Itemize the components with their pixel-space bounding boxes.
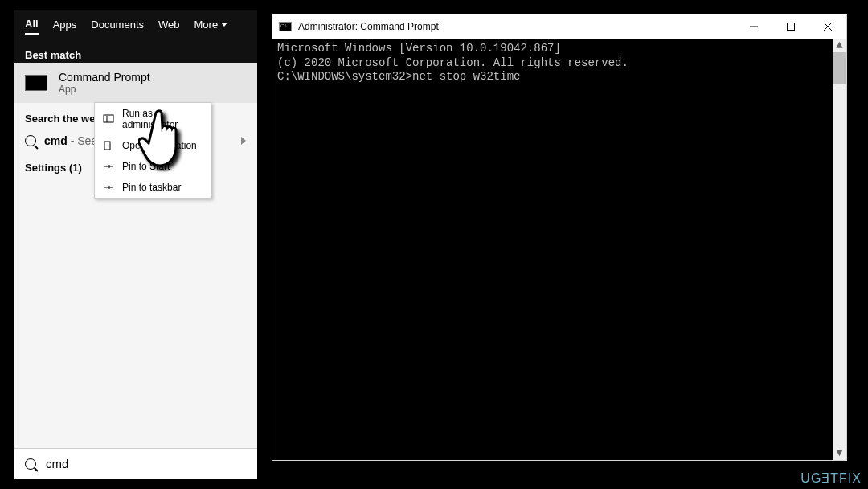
ctx-pin-to-start-label: Pin to Start [122,161,170,172]
context-menu: Run as administrator Open file location … [94,102,211,199]
cmd-scrollbar[interactable]: ▲ ▼ [833,39,846,460]
command-prompt-window: Administrator: Command Prompt Microsoft … [272,14,847,461]
watermark-mid: Ǝ [821,471,830,485]
pin-icon [103,162,114,171]
chevron-right-icon [241,137,246,145]
search-input[interactable] [46,457,246,471]
scroll-up-arrow-icon[interactable]: ▲ [833,39,846,52]
cmd-line: C:\WINDOWS\system32>net stop w32time [277,70,841,84]
windows-search-panel: All Apps Documents Web More Best match C… [14,10,257,479]
scroll-down-arrow-icon[interactable]: ▼ [833,446,846,460]
best-match-subtitle: App [59,84,150,95]
ctx-pin-to-taskbar[interactable]: Pin to taskbar [95,177,211,198]
cmd-terminal-body[interactable]: Microsoft Windows [Version 10.0.19042.86… [272,39,846,460]
ugetfix-watermark: UGƎTFIX [800,471,862,486]
best-match-title: Command Prompt [59,71,150,84]
tab-apps[interactable]: Apps [53,18,77,34]
cmd-window-title: Administrator: Command Prompt [298,21,439,32]
tab-all[interactable]: All [25,18,39,35]
watermark-pre: UG [800,471,821,485]
folder-icon [103,141,114,150]
cmd-line: (c) 2020 Microsoft Corporation. All righ… [277,56,841,71]
maximize-icon [787,23,795,31]
window-controls [735,14,846,39]
search-icon [25,458,36,470]
tab-more[interactable]: More [194,18,228,34]
close-icon [824,23,832,31]
ctx-pin-to-start[interactable]: Pin to Start [95,156,211,177]
chevron-down-icon [221,23,227,27]
tab-more-label: More [194,18,219,31]
shield-icon [103,114,114,124]
scroll-thumb[interactable] [833,52,846,84]
cmd-titlebar[interactable]: Administrator: Command Prompt [272,14,846,39]
close-button[interactable] [809,14,846,39]
cmd-window-icon [279,22,292,31]
tab-web[interactable]: Web [158,18,180,34]
best-match-result[interactable]: Command Prompt App [14,63,257,103]
svg-rect-3 [788,23,795,31]
svg-rect-0 [104,115,113,122]
svg-rect-1 [104,142,110,150]
web-result-query: cmd [44,134,68,147]
cmd-typed-command: net stop w32time [412,70,520,83]
watermark-post: TFIX [830,471,862,485]
search-input-row [14,448,257,479]
cmd-prompt-path: C:\WINDOWS\system32> [277,70,412,83]
search-tabs: All Apps Documents Web More [14,10,257,43]
maximize-button[interactable] [772,14,809,39]
cmd-line: Microsoft Windows [Version 10.0.19042.86… [277,42,841,56]
cmd-prompt-thumb-icon [25,75,47,91]
tab-documents[interactable]: Documents [91,18,144,34]
ctx-run-as-admin[interactable]: Run as administrator [95,103,211,135]
ctx-open-file-location-label: Open file location [122,140,197,151]
ctx-run-as-admin-label: Run as administrator [122,108,203,130]
ctx-pin-to-taskbar-label: Pin to taskbar [122,182,181,193]
minimize-icon [750,23,758,31]
minimize-button[interactable] [735,14,772,39]
best-match-header: Best match [14,43,257,63]
ctx-open-file-location[interactable]: Open file location [95,135,211,156]
search-icon [25,135,36,146]
pin-icon [103,183,114,192]
